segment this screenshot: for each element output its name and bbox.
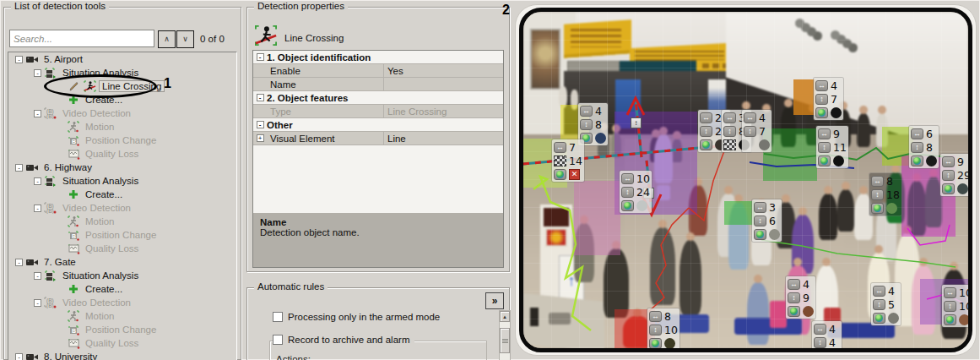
tree-expander[interactable]: - — [15, 56, 23, 63]
globe-filter-button[interactable] — [871, 203, 884, 214]
detection-badge-10x24[interactable]: ↔10↕24 — [620, 171, 652, 213]
tree-item-position-change[interactable]: BPosition Change — [8, 134, 236, 147]
tree-expander[interactable]: - — [34, 299, 41, 307]
selection-checker-icon[interactable] — [554, 155, 566, 166]
property-row-1-object-identification[interactable]: -1. Object identification — [253, 51, 503, 64]
collapse-expander[interactable]: - — [257, 121, 264, 128]
tree-item-create[interactable]: Create... — [8, 282, 236, 296]
globe-filter-button[interactable] — [621, 200, 634, 211]
width-icon[interactable]: ↔ — [554, 142, 566, 153]
height-icon[interactable]: ↕ — [754, 215, 766, 226]
globe-filter-button[interactable] — [815, 107, 828, 118]
tree-item-quality-loss[interactable]: Quality Loss — [8, 147, 236, 161]
height-icon[interactable]: ↕ — [871, 189, 884, 200]
tree-expander[interactable]: - — [15, 164, 23, 172]
record-checkbox[interactable] — [273, 335, 283, 345]
tree-item-5-airport[interactable]: -5. Airport — [8, 52, 236, 66]
tree-item-position-change[interactable]: BPosition Change — [8, 228, 236, 242]
tree-item-7-gate[interactable]: -7. Gate — [8, 255, 236, 269]
property-value[interactable] — [383, 78, 503, 90]
tree-item-video-detection[interactable]: -(B)(B)Video Detection — [8, 106, 236, 120]
width-icon[interactable]: ↔ — [700, 112, 712, 123]
tree-item-situation-analysis[interactable]: -Situation Analysis — [8, 269, 236, 282]
property-row-visual-element[interactable]: +Visual ElementLine — [253, 132, 503, 145]
detection-badge-4x7[interactable]: ↔4↕7 — [742, 110, 772, 152]
width-icon[interactable]: ↔ — [788, 279, 800, 290]
tree-expander[interactable]: - — [34, 272, 41, 280]
globe-filter-button[interactable] — [944, 314, 956, 325]
globe-filter-button[interactable] — [818, 155, 831, 166]
width-icon[interactable]: ↔ — [580, 106, 593, 117]
globe-filter-button[interactable] — [649, 338, 662, 349]
detection-badge-4x7[interactable]: ↔4↕7 — [814, 78, 843, 120]
detection-badge-4x9[interactable]: ↔4↕9 — [786, 276, 815, 319]
tree-expander[interactable]: - — [34, 205, 41, 212]
collapse-expander[interactable]: - — [257, 94, 264, 101]
tree-expander[interactable]: - — [34, 110, 41, 117]
line-direction-handle[interactable]: ↕ — [631, 117, 642, 128]
rules-scrollbar[interactable]: ▲ — [499, 310, 511, 360]
tree-item-video-detection[interactable]: -(B)(B)Video Detection — [8, 296, 236, 309]
tree-expander[interactable]: - — [15, 353, 23, 360]
property-row-type[interactable]: TypeLine Crossing — [253, 105, 503, 118]
width-icon[interactable]: ↔ — [942, 156, 955, 167]
selection-checker-icon[interactable] — [723, 139, 736, 150]
detection-badge-4x5[interactable]: ↔4↕5 — [871, 283, 901, 325]
width-icon[interactable]: ↔ — [723, 112, 736, 123]
scroll-thumb[interactable] — [500, 328, 510, 353]
detection-badge-10x10[interactable]: ↔10↕10 — [942, 285, 972, 327]
width-icon[interactable]: ↔ — [944, 287, 956, 298]
tree-expander[interactable]: - — [34, 177, 41, 185]
height-icon[interactable]: ↕ — [580, 119, 593, 130]
width-icon[interactable]: ↔ — [911, 128, 923, 139]
width-icon[interactable]: ↔ — [754, 202, 766, 213]
property-row-2-object-features[interactable]: -2. Object features — [253, 91, 503, 105]
height-icon[interactable]: ↕ — [942, 170, 955, 181]
height-icon[interactable]: ↕ — [744, 126, 756, 137]
property-row-name[interactable]: Name — [253, 78, 503, 91]
tree-item-motion[interactable]: Motion — [8, 309, 236, 323]
tree-item-quality-loss[interactable]: Quality Loss — [8, 336, 236, 350]
expand-expander[interactable]: + — [257, 134, 264, 142]
globe-filter-button[interactable] — [700, 139, 712, 150]
width-icon[interactable]: ↔ — [815, 80, 828, 91]
globe-filter-button[interactable] — [554, 169, 566, 180]
width-icon[interactable]: ↔ — [621, 173, 634, 184]
tree-item-motion[interactable]: Motion — [8, 215, 236, 228]
globe-filter-button[interactable] — [754, 229, 766, 240]
width-icon[interactable]: ↔ — [649, 311, 662, 322]
tree-item-position-change[interactable]: BPosition Change — [8, 323, 236, 336]
width-icon[interactable]: ↔ — [873, 286, 885, 297]
detection-badge-7x14[interactable]: ↔714✕ — [552, 139, 584, 182]
detection-badge-8x10[interactable]: ↔8↕10 — [647, 308, 680, 351]
tree-item-6-highway[interactable]: -6. Highway — [8, 161, 236, 174]
tree-item-situation-analysis[interactable]: -Situation Analysis — [8, 174, 236, 188]
height-icon[interactable]: ↕ — [814, 337, 826, 348]
property-row-enable[interactable]: EnableYes — [253, 64, 503, 78]
height-icon[interactable]: ↕ — [788, 292, 800, 303]
height-icon[interactable]: ↕ — [649, 325, 662, 335]
tree-item-create[interactable]: Create... — [8, 188, 236, 201]
scroll-up-button[interactable]: ▲ — [500, 311, 510, 322]
width-icon[interactable]: ↔ — [818, 128, 831, 139]
armed-mode-checkbox[interactable] — [273, 312, 283, 322]
width-icon[interactable]: ↔ — [814, 324, 826, 335]
expand-rules-button[interactable]: » — [485, 292, 504, 309]
height-icon[interactable]: ↕ — [700, 126, 712, 137]
height-icon[interactable]: ↕ — [818, 142, 831, 153]
globe-filter-button[interactable] — [911, 155, 923, 166]
property-value[interactable]: Yes — [383, 64, 503, 77]
width-icon[interactable]: ↔ — [871, 176, 884, 187]
video-scene[interactable]: ↑ — [523, 12, 968, 348]
tree-item-motion[interactable]: Motion — [8, 120, 236, 134]
detection-badge-3x6[interactable]: ↔3↕6 — [752, 199, 782, 242]
search-next-button[interactable]: ∨ — [176, 30, 194, 48]
detection-badge-4x4[interactable]: ↔4↕4 — [812, 321, 842, 350]
height-icon[interactable]: ↕ — [723, 126, 736, 137]
property-value[interactable]: Line Crossing — [383, 105, 503, 117]
height-icon[interactable]: ↕ — [873, 299, 885, 310]
tree-expander[interactable]: - — [15, 259, 23, 266]
detection-badge-9x29[interactable]: ↔9↕29 — [940, 154, 972, 196]
search-input[interactable] — [9, 30, 154, 47]
search-prev-button[interactable]: ∧ — [158, 30, 176, 48]
